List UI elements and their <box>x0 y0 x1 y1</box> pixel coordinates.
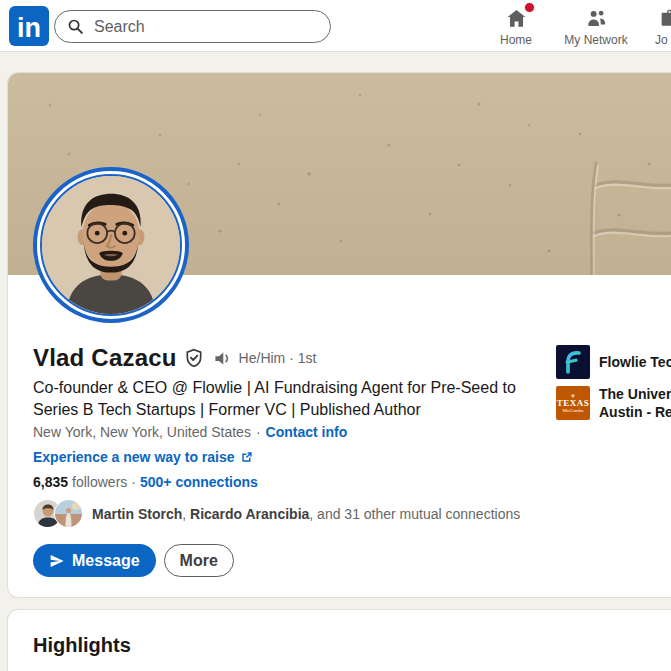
profile-entities: Flowlie Tec ⚜ TEXAS McCombs The Univers … <box>556 345 671 421</box>
linkedin-logo[interactable]: in <box>9 6 49 46</box>
dot-separator: · <box>256 424 261 440</box>
mutual-connections-row[interactable]: Martin Storch, Ricardo Arancibia, and 31… <box>33 499 555 528</box>
dot-separator: · <box>131 474 136 490</box>
linkedin-logo-text: in <box>17 15 41 46</box>
search-icon <box>67 18 84 35</box>
pronouns-and-degree: He/Him · 1st <box>239 350 317 366</box>
search-input[interactable] <box>94 18 294 36</box>
linkedin-profile-page: in Home <box>0 0 671 671</box>
current-company[interactable]: Flowlie Tec <box>556 345 671 379</box>
profile-headline: Co-founder & CEO @ Flowlie | AI Fundrais… <box>33 377 545 421</box>
profile-card: Vlad Cazacu He/Him · 1st Co-founder & CE… <box>8 73 671 597</box>
send-icon <box>49 553 65 569</box>
website-link-label: Experience a new way to raise <box>33 449 235 465</box>
followers-count: 6,835 <box>33 474 68 490</box>
message-button[interactable]: Message <box>33 544 156 577</box>
more-button[interactable]: More <box>164 544 234 577</box>
connections-link[interactable]: 500+ connections <box>140 474 258 490</box>
verified-badge-icon[interactable] <box>184 348 204 368</box>
contact-info-link[interactable]: Contact info <box>266 424 348 440</box>
profile-info: Vlad Cazacu He/Him · 1st Co-founder & CE… <box>33 343 555 577</box>
flowlie-logo <box>556 345 590 379</box>
nav-item-label: Jo <box>655 33 668 47</box>
highlights-title: Highlights <box>33 634 131 657</box>
action-buttons: Message More <box>33 544 555 577</box>
texas-mccombs-logo: ⚜ TEXAS McCombs <box>556 386 590 420</box>
followers-label: followers <box>72 474 127 490</box>
nav-item-my-network[interactable]: My Network <box>560 5 632 51</box>
nav-item-label: Home <box>500 33 532 47</box>
profile-photo[interactable] <box>33 167 189 323</box>
nav-item-label: My Network <box>564 33 627 47</box>
profile-portrait <box>42 176 180 314</box>
mutual-connections-text: Martin Storch, Ricardo Arancibia, and 31… <box>92 506 520 522</box>
mutual-avatars <box>33 499 83 528</box>
name-pronunciation-icon[interactable] <box>213 349 232 368</box>
top-nav: in Home <box>0 0 671 52</box>
profile-photo-ring <box>40 174 182 316</box>
nav-item-jobs-clipped[interactable]: Jo <box>650 5 671 51</box>
notification-badge <box>524 2 535 13</box>
profile-name: Vlad Cazacu <box>33 344 177 372</box>
location-text: New York, New York, United States <box>33 424 251 440</box>
nav-item-home[interactable]: Home <box>480 5 552 51</box>
my-network-icon <box>585 5 608 31</box>
mutual-avatar-2 <box>54 499 83 528</box>
jobs-icon <box>658 5 671 31</box>
followers-row: 6,835 followers · 500+ connections <box>33 474 555 490</box>
home-icon <box>505 5 528 31</box>
company-name: Flowlie Tec <box>599 353 671 371</box>
external-link-icon <box>240 450 254 464</box>
education-school[interactable]: ⚜ TEXAS McCombs The Univers Austin - Re <box>556 385 671 421</box>
name-row: Vlad Cazacu He/Him · 1st <box>33 343 555 373</box>
website-link[interactable]: Experience a new way to raise <box>33 449 555 465</box>
location-row: New York, New York, United States · Cont… <box>33 424 555 440</box>
highlights-card: Highlights <box>8 610 671 671</box>
school-name: The Univers Austin - Re <box>599 385 671 421</box>
search-bar[interactable] <box>54 10 331 43</box>
